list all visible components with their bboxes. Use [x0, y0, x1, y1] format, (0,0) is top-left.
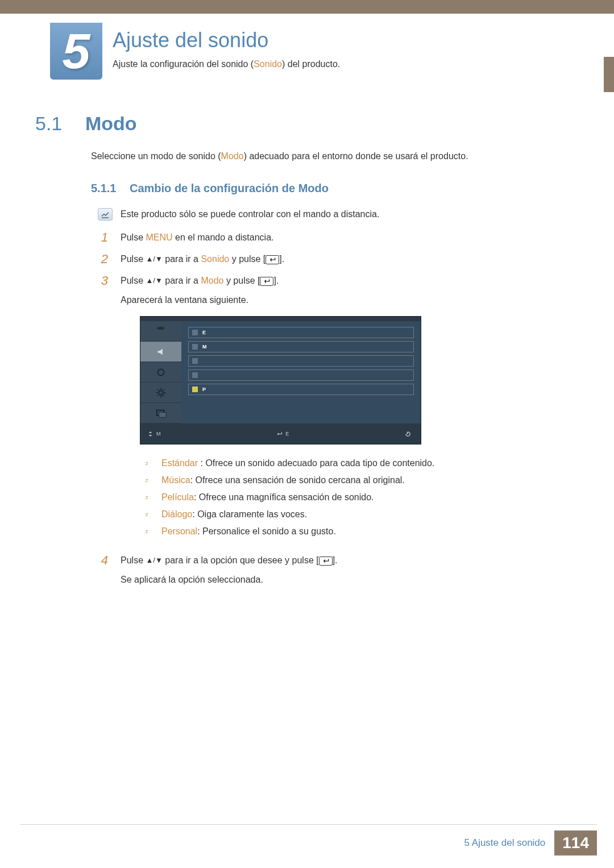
bullet-item: zDiálogo: Oiga claramente las voces.	[146, 506, 530, 523]
osd-sidebar	[140, 321, 181, 423]
section-desc-post: ) adecuado para el entorno donde se usar…	[244, 151, 468, 161]
updown-icon	[147, 431, 154, 437]
bullet-sep: :	[198, 458, 205, 468]
step-text: Pulse ▲/▼ para ir a Sonido y pulse [].	[121, 251, 530, 267]
bullet-item: zMúsica: Ofrece una sensación de sonido …	[146, 472, 530, 489]
bullet-text: Ofrece una sensación de sonido cercana a…	[196, 475, 405, 485]
bullet-item: zPelícula: Ofrece una magnífica sensació…	[146, 489, 530, 506]
footer-divider	[20, 824, 597, 825]
t: Modo	[201, 276, 223, 285]
bullet-item: zPersonal: Personalice el sonido a su gu…	[146, 523, 530, 540]
svg-point-1	[159, 391, 163, 394]
osd-row-first: P	[202, 387, 206, 392]
bullet-text: Oiga claramente las voces.	[197, 509, 307, 519]
bullet-text: Personalice el sonido a su gusto.	[202, 526, 336, 536]
t: y pulse [	[229, 254, 265, 264]
arrow-updown-icon: ▲/▼	[146, 255, 162, 263]
bullet-item: zEstándar : Ofrece un sonido adecuado pa…	[146, 455, 530, 472]
step-4: 4 Pulse ▲/▼ para ir a la opción que dese…	[98, 553, 530, 588]
bullet-hl: Música	[161, 475, 190, 485]
osd-screenshot: E M P M E	[140, 316, 421, 445]
t: ].	[273, 276, 279, 285]
step-text: Pulse ▲/▼ para ir a la opción que desee …	[121, 553, 530, 588]
osd-row: P	[188, 384, 414, 395]
side-accent	[604, 57, 614, 92]
osd-row	[188, 355, 414, 367]
osd-footer: M E	[140, 423, 421, 444]
osd-sidebar-sound-icon	[140, 342, 181, 362]
bullet-sep: :	[190, 475, 196, 485]
bullet-sep: :	[192, 509, 197, 519]
t: para ir a	[163, 276, 201, 285]
chapter-intro-post: ) del producto.	[282, 59, 340, 69]
step-text: Pulse ▲/▼ para ir a Modo y pulse []. Apa…	[121, 273, 530, 547]
section-desc: Seleccione un modo de sonido (Modo) adec…	[91, 151, 468, 161]
top-banner	[0, 0, 614, 14]
step-text: Pulse MENU en el mando a distancia.	[121, 230, 530, 246]
bullet-hl: Diálogo	[161, 509, 192, 519]
subsection-number: 5.1.1	[91, 182, 116, 195]
bullet-hl: Película	[161, 492, 194, 502]
note-icon	[98, 208, 113, 221]
steps-list: 1 Pulse MENU en el mando a distancia. 2 …	[98, 230, 530, 593]
enter-icon	[276, 431, 283, 437]
bullet-sep: :	[194, 492, 199, 502]
subsection-title: Cambio de la configuración de Modo	[130, 182, 329, 195]
note-row: Este producto sólo se puede controlar co…	[98, 208, 379, 221]
t: MENU	[146, 232, 172, 242]
chapter-number: 5	[63, 22, 90, 80]
step-num: 1	[98, 230, 108, 246]
bullet-hl: Personal	[161, 526, 197, 536]
footer-text: 5 Ajuste del sonido	[464, 837, 546, 849]
chapter-intro-pre: Ajuste la configuración del sonido (	[113, 59, 254, 69]
osd-row: M	[188, 341, 414, 352]
osd-row: E	[188, 327, 414, 338]
step-note: Aparecerá la ventana siguiente.	[121, 292, 530, 308]
t: para ir a	[163, 254, 201, 264]
osd-main: E M P	[181, 321, 421, 423]
section-title: Modo	[85, 113, 137, 135]
t: y pulse [	[223, 276, 260, 285]
bullet-sep: :	[197, 526, 202, 536]
bullet-hl: Estándar	[161, 458, 198, 468]
chapter-intro-hl: Sonido	[254, 59, 282, 69]
svg-rect-3	[159, 412, 166, 417]
bullet-marker: z	[146, 455, 150, 472]
section-number: 5.1	[35, 113, 62, 135]
osd-foot-enter: E	[285, 426, 290, 442]
bullet-text: Ofrece una magnífica sensación de sonido…	[199, 492, 374, 502]
t: para ir a la opción que desee y pulse [	[163, 555, 319, 565]
chapter-title: Ajuste del sonido	[113, 28, 268, 52]
t: ].	[333, 555, 338, 565]
osd-sidebar-gear-icon	[140, 383, 181, 403]
t: en el mando a distancia.	[173, 232, 274, 242]
chapter-intro: Ajuste la configuración del sonido (Soni…	[113, 59, 340, 69]
footer-page-number: 114	[554, 830, 597, 855]
t: Pulse	[121, 232, 146, 242]
t: Pulse	[121, 555, 146, 565]
osd-sidebar-picture-icon	[140, 321, 181, 342]
page-footer: 5 Ajuste del sonido 114	[464, 830, 597, 855]
bullet-marker: z	[146, 472, 150, 489]
t: Pulse	[121, 276, 146, 285]
osd-sidebar-setup-icon	[140, 362, 181, 383]
bullet-text: Ofrece un sonido adecuado para cada tipo…	[205, 458, 434, 468]
note-text: Este producto sólo se puede controlar co…	[121, 209, 379, 219]
osd-foot-move: M	[156, 426, 162, 442]
step-num: 3	[98, 273, 108, 547]
bullet-marker: z	[146, 523, 150, 540]
step-3: 3 Pulse ▲/▼ para ir a Modo y pulse []. A…	[98, 273, 530, 547]
enter-icon	[260, 277, 273, 286]
t: Pulse	[121, 254, 146, 264]
step-2: 2 Pulse ▲/▼ para ir a Sonido y pulse [].	[98, 251, 530, 267]
return-icon	[405, 431, 411, 437]
bullet-marker: z	[146, 489, 150, 506]
step-1: 1 Pulse MENU en el mando a distancia.	[98, 230, 530, 246]
osd-row-first: M	[202, 344, 207, 350]
osd-row	[188, 369, 414, 381]
chapter-number-box: 5	[50, 23, 102, 80]
arrow-updown-icon: ▲/▼	[146, 556, 162, 564]
arrow-updown-icon: ▲/▼	[146, 276, 162, 285]
mode-bullets: zEstándar : Ofrece un sonido adecuado pa…	[146, 455, 530, 540]
step-num: 2	[98, 251, 108, 267]
